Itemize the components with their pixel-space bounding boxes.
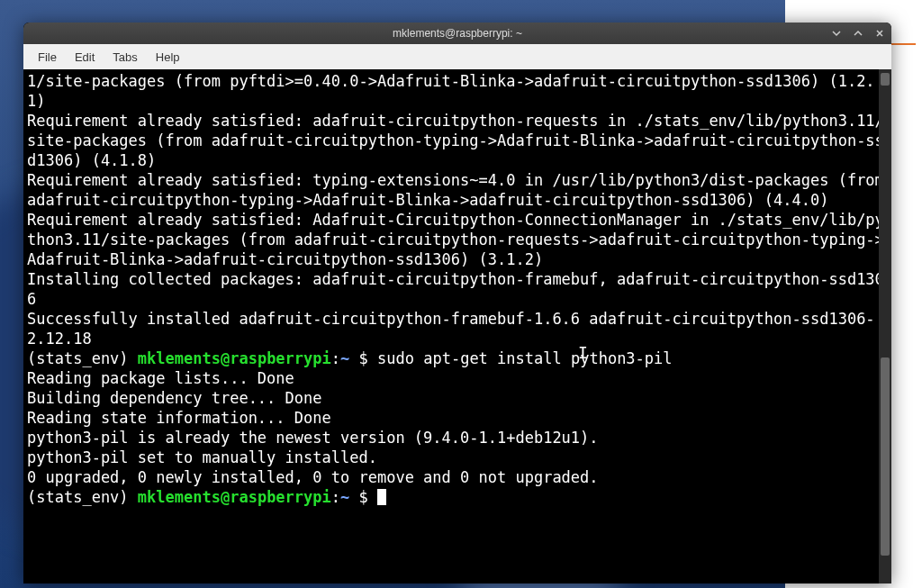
prompt-colon: : <box>331 349 340 367</box>
terminal-output: 1/site-packages (from pyftdi>=0.40.0->Ad… <box>27 72 891 348</box>
window-title: mklements@raspberrypi: ~ <box>393 27 522 40</box>
text-cursor <box>377 489 386 505</box>
terminal-body[interactable]: 1/site-packages (from pyftdi>=0.40.0->Ad… <box>23 69 891 583</box>
prompt-user: mklements@raspberrypi <box>138 488 331 506</box>
prompt-colon: : <box>331 488 340 506</box>
menu-help[interactable]: Help <box>149 49 187 66</box>
maximize-button[interactable] <box>850 25 866 41</box>
close-button[interactable] <box>872 25 888 41</box>
menubar: File Edit Tabs Help <box>23 44 891 69</box>
scrollbar[interactable] <box>879 69 891 583</box>
command-text: sudo apt-get install python3-pil <box>377 349 673 367</box>
chevron-down-icon <box>832 29 841 38</box>
prompt-venv: (stats_env) <box>27 488 129 506</box>
menu-edit[interactable]: Edit <box>68 49 102 66</box>
prompt-path: ~ <box>340 349 349 367</box>
terminal-output: Reading package lists... Done Building d… <box>27 369 599 486</box>
prompt-path: ~ <box>340 488 349 506</box>
menu-tabs[interactable]: Tabs <box>105 49 144 66</box>
menu-file[interactable]: File <box>31 49 64 66</box>
terminal-window: mklements@raspberrypi: ~ File Edit Tabs … <box>23 23 891 583</box>
prompt-user: mklements@raspberrypi <box>138 349 331 367</box>
chevron-up-icon <box>854 29 863 38</box>
close-icon <box>875 29 884 38</box>
titlebar[interactable]: mklements@raspberrypi: ~ <box>23 23 891 44</box>
minimize-button[interactable] <box>828 25 845 41</box>
scroll-thumb[interactable] <box>881 357 890 556</box>
prompt-dollar: $ <box>359 349 368 367</box>
scroll-up-arrow[interactable] <box>881 73 890 86</box>
prompt-dollar: $ <box>359 488 368 506</box>
prompt-venv: (stats_env) <box>27 349 129 367</box>
